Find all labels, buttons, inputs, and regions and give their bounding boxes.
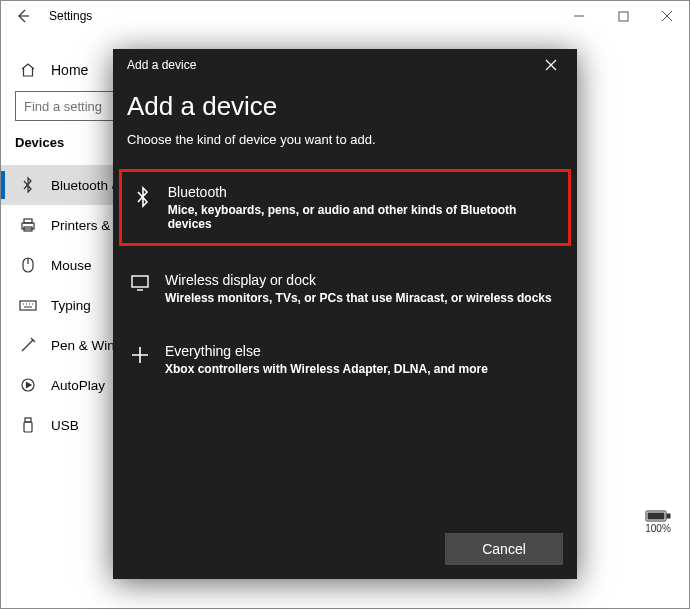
close-icon	[545, 59, 557, 71]
battery-percent: 100%	[645, 523, 671, 534]
back-button[interactable]	[1, 1, 45, 31]
svg-rect-12	[132, 276, 148, 287]
option-title: Wireless display or dock	[165, 272, 552, 288]
settings-window: Settings Home Devices	[0, 0, 690, 609]
plus-icon	[129, 343, 151, 365]
option-text: Everything else Xbox controllers with Wi…	[165, 343, 488, 376]
dialog-subtitle: Choose the kind of device you want to ad…	[127, 132, 563, 147]
sidebar-item-label: Mouse	[51, 258, 92, 273]
mouse-icon	[19, 256, 37, 274]
svg-rect-7	[25, 418, 31, 422]
bluetooth-icon	[132, 184, 154, 208]
dialog-heading: Add a device	[127, 91, 563, 122]
minimize-button[interactable]	[557, 1, 601, 31]
option-title: Bluetooth	[168, 184, 558, 200]
monitor-icon	[129, 272, 151, 292]
arrow-left-icon	[15, 8, 31, 24]
dialog-content: Add a device Choose the kind of device y…	[113, 81, 577, 579]
option-desc: Xbox controllers with Wireless Adapter, …	[165, 362, 488, 376]
option-title: Everything else	[165, 343, 488, 359]
svg-rect-10	[667, 514, 670, 518]
close-window-button[interactable]	[645, 1, 689, 31]
autoplay-icon	[19, 377, 37, 393]
maximize-button[interactable]	[601, 1, 645, 31]
svg-rect-0	[619, 12, 628, 21]
svg-rect-8	[24, 422, 32, 432]
cancel-button[interactable]: Cancel	[445, 533, 563, 565]
keyboard-icon	[19, 298, 37, 312]
option-text: Wireless display or dock Wireless monito…	[165, 272, 552, 305]
option-desc: Wireless monitors, TVs, or PCs that use …	[165, 291, 552, 305]
dialog-titlebar: Add a device	[113, 49, 577, 81]
home-icon	[19, 62, 37, 78]
dialog-title-text: Add a device	[127, 58, 196, 72]
dialog-close-button[interactable]	[535, 49, 567, 81]
svg-rect-2	[24, 219, 32, 223]
printer-icon	[19, 217, 37, 233]
option-desc: Mice, keyboards, pens, or audio and othe…	[168, 203, 558, 231]
option-text: Bluetooth Mice, keyboards, pens, or audi…	[168, 184, 558, 231]
svg-rect-11	[648, 513, 664, 519]
sidebar-item-label: Typing	[51, 298, 91, 313]
device-option-wireless-display[interactable]: Wireless display or dock Wireless monito…	[119, 260, 571, 317]
window-controls	[557, 1, 689, 31]
svg-rect-5	[20, 301, 36, 310]
sidebar-item-label: USB	[51, 418, 79, 433]
device-option-everything-else[interactable]: Everything else Xbox controllers with Wi…	[119, 331, 571, 388]
device-option-bluetooth[interactable]: Bluetooth Mice, keyboards, pens, or audi…	[119, 169, 571, 246]
battery-status: 100%	[645, 509, 671, 534]
add-device-dialog: Add a device Add a device Choose the kin…	[113, 49, 577, 579]
section-header: Devices	[15, 135, 64, 150]
battery-icon	[645, 509, 671, 523]
bluetooth-icon	[19, 176, 37, 194]
pen-icon	[19, 337, 37, 353]
sidebar-item-label: AutoPlay	[51, 378, 105, 393]
usb-icon	[19, 416, 37, 434]
window-title: Settings	[45, 9, 92, 23]
home-label: Home	[51, 62, 88, 78]
